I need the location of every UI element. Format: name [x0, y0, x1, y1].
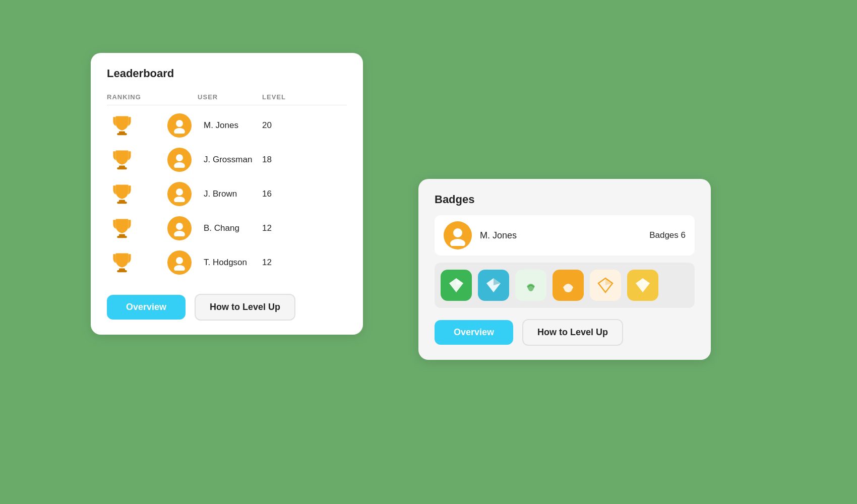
table-row: M. Jones 20: [107, 108, 347, 143]
leaderboard-header: RANKING USER LEVEL: [107, 89, 347, 105]
user-level-1: 20: [258, 120, 298, 131]
svg-point-6: [176, 154, 183, 161]
badge-2: [478, 270, 509, 301]
svg-point-2: [176, 120, 183, 127]
svg-point-10: [176, 188, 183, 196]
leaderboard-footer: Overview How to Level Up: [107, 294, 347, 321]
svg-point-20: [453, 228, 462, 237]
trophy-icon-1: [107, 114, 137, 137]
leaderboard-title: Leaderboard: [107, 67, 347, 80]
user-name-4: B. Chang: [198, 223, 258, 233]
user-level-5: 12: [258, 258, 298, 268]
trophy-icon-3: [107, 183, 137, 205]
svg-rect-17: [117, 270, 127, 272]
user-name-1: M. Jones: [198, 120, 258, 131]
table-row: B. Chang 12: [107, 211, 347, 245]
avatar-5: [167, 250, 192, 275]
user-level-2: 18: [258, 155, 298, 165]
user-name-5: T. Hodgson: [198, 258, 258, 268]
badges-level-up-button[interactable]: How to Level Up: [522, 319, 623, 346]
overview-button[interactable]: Overview: [107, 295, 186, 320]
trophy-icon-5: [107, 251, 137, 274]
table-row: J. Brown 16: [107, 177, 347, 211]
leaderboard-card: Leaderboard RANKING USER LEVEL M. Jones: [91, 53, 363, 335]
table-row: J. Grossman 18: [107, 143, 347, 177]
badges-count: Badges 6: [649, 230, 686, 240]
user-level-3: 16: [258, 189, 298, 199]
badges-user-row: M. Jones Badges 6: [435, 215, 695, 256]
svg-point-14: [176, 223, 183, 230]
user-level-4: 12: [258, 223, 298, 233]
badge-3: [515, 270, 546, 301]
badges-card: Badges M. Jones Badges 6: [418, 179, 711, 360]
table-row: T. Hodgson 12: [107, 245, 347, 280]
svg-point-3: [174, 128, 185, 134]
user-name-2: J. Grossman: [198, 155, 258, 165]
badge-1: [441, 270, 472, 301]
svg-rect-5: [117, 167, 127, 169]
avatar-1: [167, 113, 192, 138]
svg-rect-9: [117, 202, 127, 204]
svg-point-7: [174, 162, 185, 168]
svg-point-21: [450, 239, 465, 246]
trophy-icon-4: [107, 217, 137, 239]
svg-point-19: [174, 265, 185, 271]
badges-overview-button[interactable]: Overview: [435, 320, 513, 345]
trophy-icon-2: [107, 149, 137, 171]
badges-user-name: M. Jones: [480, 230, 641, 241]
badges-title: Badges: [435, 193, 695, 206]
svg-rect-1: [117, 133, 127, 135]
avatar-4: [167, 216, 192, 240]
badge-5: [590, 270, 621, 301]
level-up-button[interactable]: How to Level Up: [195, 294, 295, 321]
badges-avatar: [444, 221, 472, 249]
avatar-3: [167, 182, 192, 206]
svg-point-15: [174, 231, 185, 236]
badge-4: [553, 270, 584, 301]
col-ranking: RANKING: [107, 93, 167, 101]
col-user: USER: [167, 93, 258, 101]
svg-rect-13: [117, 236, 127, 238]
badges-row: [435, 263, 695, 308]
badges-footer: Overview How to Level Up: [435, 319, 695, 346]
avatar-2: [167, 148, 192, 172]
user-name-3: J. Brown: [198, 189, 258, 199]
col-level: LEVEL: [258, 93, 309, 101]
svg-point-18: [176, 257, 183, 264]
badge-6: [627, 270, 658, 301]
svg-point-11: [174, 197, 185, 202]
